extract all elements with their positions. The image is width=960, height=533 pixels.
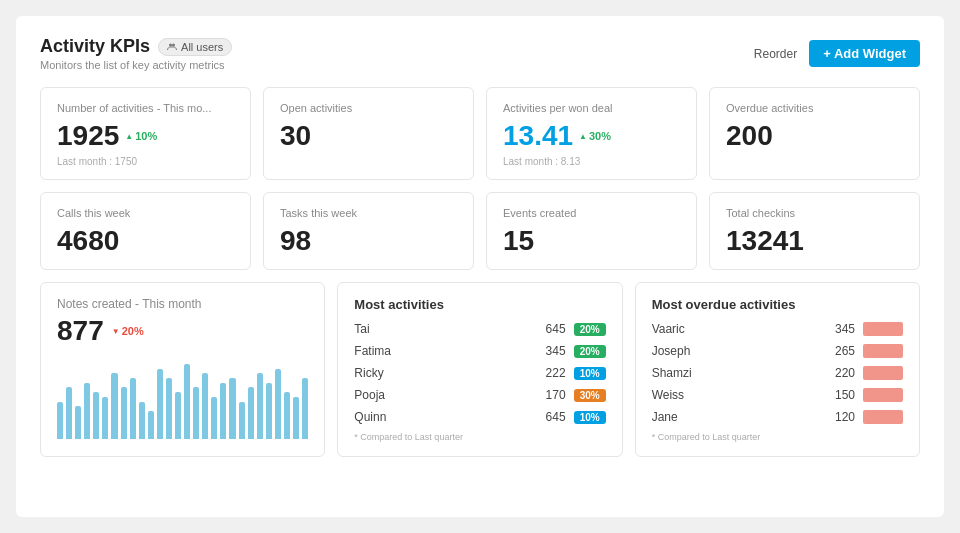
- page-title: Activity KPIs All users: [40, 36, 232, 57]
- list-item: Joseph265: [652, 344, 903, 358]
- notes-value: 877: [57, 315, 104, 347]
- chart-bar: [130, 378, 136, 439]
- page-header: Activity KPIs All users Monitors the lis…: [40, 36, 920, 71]
- activity-name: Ricky: [354, 366, 535, 380]
- kpi-label: Calls this week: [57, 207, 234, 219]
- activity-count: 345: [536, 344, 566, 358]
- overdue-count: 150: [825, 388, 855, 402]
- reorder-button[interactable]: Reorder: [754, 47, 797, 61]
- activity-count: 170: [536, 388, 566, 402]
- chart-bar: [139, 402, 145, 440]
- overdue-count: 120: [825, 410, 855, 424]
- chart-bar: [75, 406, 81, 439]
- chart-bar: [257, 373, 263, 439]
- chart-bar: [166, 378, 172, 439]
- overdue-bar: [863, 344, 903, 358]
- chart-bar: [220, 383, 226, 439]
- list-item: Shamzi220: [652, 366, 903, 380]
- notes-badge: 20%: [112, 325, 144, 337]
- chart-bar: [284, 392, 290, 439]
- chart-bar: [184, 364, 190, 439]
- all-users-badge[interactable]: All users: [158, 38, 232, 56]
- list-item: Jane120: [652, 410, 903, 424]
- kpi-sub: Last month : 8.13: [503, 156, 680, 167]
- overdue-rows: Vaaric345Joseph265Shamzi220Weiss150Jane1…: [652, 322, 903, 424]
- svg-point-1: [172, 43, 175, 46]
- activity-name: Pooja: [354, 388, 535, 402]
- notes-value-row: 877 20%: [57, 315, 308, 347]
- chart-bar: [84, 383, 90, 439]
- overdue-bar: [863, 366, 903, 380]
- overdue-name: Vaaric: [652, 322, 825, 336]
- chart-bar: [202, 373, 208, 439]
- chart-bar: [111, 373, 117, 439]
- title-text: Activity KPIs: [40, 36, 150, 57]
- kpi-label: Total checkins: [726, 207, 903, 219]
- kpi-label: Number of activities - This mo...: [57, 102, 234, 114]
- overdue-name: Weiss: [652, 388, 825, 402]
- kpi-value: 192510%: [57, 120, 234, 152]
- kpi-card-total-checkins: Total checkins13241: [709, 192, 920, 270]
- chart-bar: [229, 378, 235, 439]
- kpi-grid-row2: Calls this week4680Tasks this week98Even…: [40, 192, 920, 270]
- activity-name: Tai: [354, 322, 535, 336]
- overdue-count: 220: [825, 366, 855, 380]
- kpi-card-overdue-activities: Overdue activities200: [709, 87, 920, 180]
- page-subtitle: Monitors the list of key activity metric…: [40, 59, 232, 71]
- header-right: Reorder + Add Widget: [754, 40, 920, 67]
- activity-badge: 20%: [574, 323, 606, 336]
- kpi-value: 4680: [57, 225, 234, 257]
- chart-bar: [93, 392, 99, 439]
- chart-bar: [239, 402, 245, 440]
- list-item: Ricky22210%: [354, 366, 605, 380]
- activity-name: Fatima: [354, 344, 535, 358]
- kpi-card-num-activities: Number of activities - This mo...192510%…: [40, 87, 251, 180]
- kpi-label: Activities per won deal: [503, 102, 680, 114]
- overdue-name: Joseph: [652, 344, 825, 358]
- overdue-name: Shamzi: [652, 366, 825, 380]
- badge-label: All users: [181, 41, 223, 53]
- activities-compare-note: * Compared to Last quarter: [354, 432, 605, 442]
- kpi-value: 98: [280, 225, 457, 257]
- chart-bar: [293, 397, 299, 439]
- activity-count: 645: [536, 322, 566, 336]
- overdue-bar: [863, 322, 903, 336]
- overdue-name: Jane: [652, 410, 825, 424]
- kpi-grid-row1: Number of activities - This mo...192510%…: [40, 87, 920, 180]
- activity-badge: 10%: [574, 367, 606, 380]
- notes-card: Notes created - This month 877 20%: [40, 282, 325, 457]
- activity-badge: 30%: [574, 389, 606, 402]
- kpi-card-activities-per-deal: Activities per won deal13.4130%Last mont…: [486, 87, 697, 180]
- header-left: Activity KPIs All users Monitors the lis…: [40, 36, 232, 71]
- kpi-value: 200: [726, 120, 903, 152]
- list-item: Fatima34520%: [354, 344, 605, 358]
- svg-point-0: [169, 43, 172, 46]
- kpi-label: Open activities: [280, 102, 457, 114]
- overdue-count: 345: [825, 322, 855, 336]
- kpi-badge: 10%: [125, 130, 157, 142]
- most-activities-title: Most activities: [354, 297, 605, 312]
- kpi-value: 13241: [726, 225, 903, 257]
- kpi-card-events-created: Events created15: [486, 192, 697, 270]
- activity-name: Quinn: [354, 410, 535, 424]
- activity-count: 222: [536, 366, 566, 380]
- overdue-count: 265: [825, 344, 855, 358]
- kpi-value: 15: [503, 225, 680, 257]
- users-icon: [167, 42, 177, 52]
- kpi-label: Overdue activities: [726, 102, 903, 114]
- chart-bar: [302, 378, 308, 439]
- add-widget-button[interactable]: + Add Widget: [809, 40, 920, 67]
- most-activities-card: Most activities Tai64520%Fatima34520%Ric…: [337, 282, 622, 457]
- chart-bar: [275, 369, 281, 439]
- chart-bar: [121, 387, 127, 439]
- kpi-label: Tasks this week: [280, 207, 457, 219]
- list-item: Pooja17030%: [354, 388, 605, 402]
- list-item: Vaaric345: [652, 322, 903, 336]
- activity-badge: 20%: [574, 345, 606, 358]
- chart-bar: [193, 387, 199, 439]
- bottom-grid: Notes created - This month 877 20% Most …: [40, 282, 920, 457]
- activity-badge: 10%: [574, 411, 606, 424]
- kpi-value: 13.4130%: [503, 120, 680, 152]
- list-item: Quinn64510%: [354, 410, 605, 424]
- overdue-compare-note: * Compared to Last quarter: [652, 432, 903, 442]
